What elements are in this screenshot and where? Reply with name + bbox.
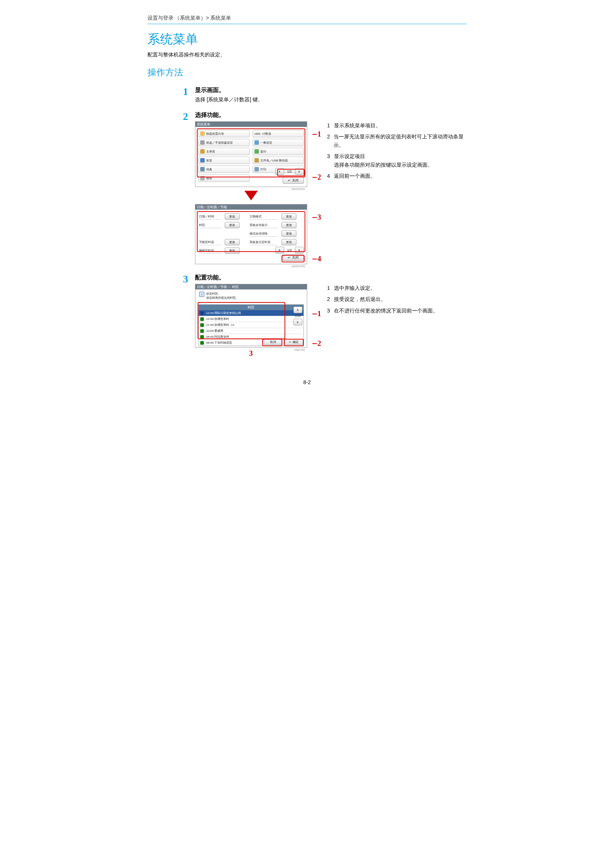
datetime-settings-screenshot: 日期／定时器／节能 日期／时间: 更改 日期格式: 更改 时区: 更改 面板自动… — [195, 204, 307, 264]
callout-1: 1 — [317, 130, 327, 138]
page-title: 系统菜单 — [148, 31, 467, 48]
callout-connector — [312, 134, 317, 135]
note-num: 3 — [327, 152, 334, 169]
callout-box-2 — [284, 339, 304, 346]
note-num: 4 — [327, 172, 334, 180]
note-text: 返回前一个画面。 — [334, 172, 376, 180]
hint-line-1: 设定时区。 — [206, 292, 239, 296]
window-title: 系统菜单 — [195, 122, 307, 127]
callout-2: 2 — [317, 339, 327, 347]
step-number-3: 3 — [148, 274, 195, 284]
return-icon: ↵ — [288, 178, 291, 182]
step-3-title: 配置功能。 — [195, 274, 467, 282]
note-text: 在不进行任何更改的情况下返回前一个画面。 — [334, 307, 438, 315]
close-label: 关闭 — [292, 178, 298, 183]
step-1-title: 显示画面。 — [195, 87, 467, 94]
callout-connector — [312, 313, 317, 314]
callout-box-3 — [262, 339, 282, 346]
system-menu-screenshot: 系统菜单 快速设置向导 1000:计数器 纸盒／手送纸盘设定 一般设定 主界面 … — [195, 121, 307, 187]
info-icon: i — [199, 292, 204, 297]
arrow-down-icon — [244, 191, 258, 200]
note-num: 3 — [327, 307, 334, 315]
divider — [148, 24, 467, 24]
note-num: 2 — [327, 295, 334, 303]
step-1-sub: 选择 [系统菜单／计数器] 键。 — [195, 96, 467, 103]
callout-connector — [312, 259, 317, 259]
callout-connector — [312, 343, 317, 344]
screenshot-code: m02015701 — [292, 265, 305, 268]
note-text: 显示系统菜单项目。 — [334, 121, 381, 130]
globe-icon — [200, 341, 204, 345]
page-indicator: 1/16 — [295, 314, 301, 318]
step-number-1: 1 — [148, 87, 195, 97]
note-num: 2 — [327, 132, 334, 149]
breadcrumb: 设置与登录 （系统菜单）> 系统菜单 — [148, 15, 467, 22]
callout-3: 3 — [317, 213, 327, 221]
callout-2: 2 — [317, 173, 327, 181]
hint-line-2: 请选择离您最近的时区。 — [206, 296, 239, 300]
timezone-screenshot: 日期／定时器／节能 － 时区 i 设定时区。 请选择离您最近的时区。 时区 -1… — [195, 284, 307, 348]
note-text: 显示设定项目 选择各功能所对应的按键以显示设定画面。 — [334, 152, 433, 169]
note-text: 当一屏无法显示所有的设定值列表时可上下滚动滑动条显示。 — [334, 132, 467, 149]
callout-4: 4 — [317, 255, 327, 262]
callout-1: 1 — [317, 310, 327, 317]
page-number: 8-2 — [148, 379, 467, 385]
callout-box-4 — [281, 255, 305, 262]
window-title: 日期／定时器／节能 — [195, 205, 307, 210]
window-title: 日期／定时器／节能 － 时区 — [195, 284, 307, 290]
callout-box-2 — [277, 169, 305, 176]
step-number-2: 2 — [148, 111, 195, 122]
intro-text: 配置与整体机器操作相关的设定。 — [148, 51, 467, 58]
callout-connector — [312, 177, 317, 178]
page-down-button[interactable]: ∨ — [294, 319, 302, 326]
section-title: 操作方法 — [148, 67, 467, 78]
page-up-button[interactable]: ∧ — [294, 307, 302, 313]
screenshot-code: m01010101 — [292, 188, 305, 191]
callout-box-1 — [197, 302, 285, 339]
note-text: 选中并输入设定。 — [334, 284, 376, 292]
note-num: 1 — [327, 284, 334, 292]
callout-box-3 — [197, 211, 305, 252]
screenshot-code: m021701 — [294, 349, 305, 351]
callout-3-below: 3 — [249, 349, 253, 358]
close-button[interactable]: ↵关闭 — [283, 177, 304, 184]
tz-label: -08:00 下加利福尼亚 — [205, 341, 233, 345]
note-text: 接受设定，然后退出。 — [334, 295, 386, 303]
step-2-title: 选择功能。 — [195, 111, 467, 119]
callout-connector — [312, 217, 317, 218]
note-num: 1 — [327, 121, 334, 130]
